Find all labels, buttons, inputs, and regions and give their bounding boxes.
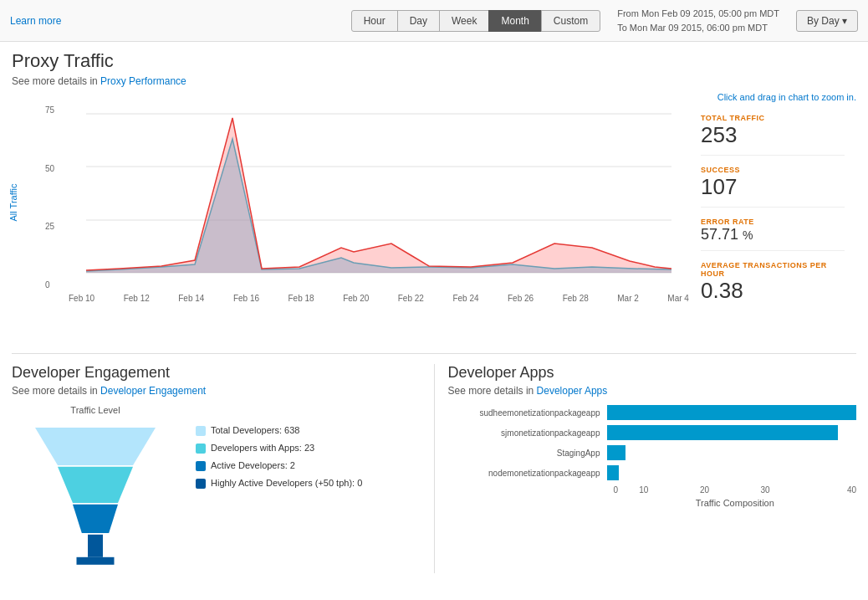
funnel-legend: Total Developers: 638 Developers with Ap… xyxy=(196,422,362,492)
y-axis-label: All Traffic xyxy=(8,183,18,221)
developer-apps-section: Developer Apps See more details in Devel… xyxy=(435,364,857,573)
svg-rect-9 xyxy=(88,535,103,557)
bar-track xyxy=(607,425,857,440)
proxy-traffic-subtitle: See more details in Proxy Performance xyxy=(12,75,856,87)
dev-engagement-title: Developer Engagement xyxy=(12,364,421,382)
x-axis-labels: Feb 10Feb 12Feb 14Feb 16Feb 18Feb 20Feb … xyxy=(69,294,689,303)
custom-button[interactable]: Custom xyxy=(541,10,600,32)
learn-more-link[interactable]: Learn more xyxy=(10,15,61,27)
bar-x-axis: 0 10 20 30 40 xyxy=(614,485,857,495)
traffic-chart-wrapper: 75 50 25 0 xyxy=(12,105,689,340)
traffic-chart-svg xyxy=(69,105,689,290)
bar-fill xyxy=(607,405,857,420)
avg-tx-stat: AVERAGE TRANSACTIONS PER HOUR 0.38 xyxy=(701,261,845,310)
bar-chart: sudheemonetizationpackageapp sjmonetizat… xyxy=(448,405,857,508)
bar-track xyxy=(607,465,857,480)
bar-row: sudheemonetizationpackageapp xyxy=(448,405,857,420)
svg-rect-10 xyxy=(77,557,115,565)
hour-button[interactable]: Hour xyxy=(351,10,398,32)
dev-apps-title: Developer Apps xyxy=(448,364,857,382)
funnel-svg xyxy=(20,420,171,571)
dev-apps-link[interactable]: Developer Apps xyxy=(537,385,608,397)
traffic-section: 75 50 25 0 xyxy=(12,105,856,340)
funnel-chart: Traffic Level xyxy=(12,405,179,573)
bar-row: StagingApp xyxy=(448,445,857,460)
dev-apps-subtitle: See more details in Developer Apps xyxy=(448,385,857,397)
proxy-traffic-title: Proxy Traffic xyxy=(12,50,856,72)
main-content: Proxy Traffic See more details in Proxy … xyxy=(0,42,868,582)
month-button[interactable]: Month xyxy=(488,10,541,32)
bar-row: nodemonetizationpackageapp xyxy=(448,465,857,480)
total-traffic-stat: TOTAL TRAFFIC 253 xyxy=(701,114,845,156)
bar-chart-xlabel: Traffic Composition xyxy=(614,498,857,508)
bar-fill xyxy=(607,465,620,480)
proxy-performance-link[interactable]: Proxy Performance xyxy=(100,75,186,87)
bar-track xyxy=(607,445,857,460)
bar-fill xyxy=(607,425,838,440)
week-button[interactable]: Week xyxy=(439,10,489,32)
error-rate-stat: ERROR RATE 57.71 % xyxy=(701,218,845,251)
bar-row: sjmonetizationpackageapp xyxy=(448,425,857,440)
day-button[interactable]: Day xyxy=(397,10,440,32)
svg-marker-5 xyxy=(86,118,671,273)
time-button-group: Hour Day Week Month Custom xyxy=(351,10,601,32)
by-day-button[interactable]: By Day ▾ xyxy=(796,10,858,32)
stats-panel: TOTAL TRAFFIC 253 SUCCESS 107 ERROR RATE… xyxy=(689,105,856,340)
bar-fill xyxy=(607,445,625,460)
svg-marker-6 xyxy=(35,428,156,465)
date-range: From Mon Feb 09 2015, 05:00 pm MDT To Mo… xyxy=(617,7,779,34)
success-stat: SUCCESS 107 xyxy=(701,166,845,208)
svg-marker-8 xyxy=(73,505,118,533)
svg-marker-7 xyxy=(58,467,133,503)
top-bar: Learn more Hour Day Week Month Custom Fr… xyxy=(0,0,868,42)
bar-track xyxy=(607,405,857,420)
y-axis-labels: 75 50 25 0 xyxy=(45,105,54,290)
funnel-area: Traffic Level xyxy=(12,405,421,573)
dev-engagement-subtitle: See more details in Developer Engagement xyxy=(12,385,421,397)
developer-engagement-section: Developer Engagement See more details in… xyxy=(12,364,435,573)
bottom-row: Developer Engagement See more details in… xyxy=(12,353,856,573)
dev-engagement-link[interactable]: Developer Engagement xyxy=(100,385,206,397)
chart-hint: Click and drag in chart to zoom in. xyxy=(12,92,856,102)
